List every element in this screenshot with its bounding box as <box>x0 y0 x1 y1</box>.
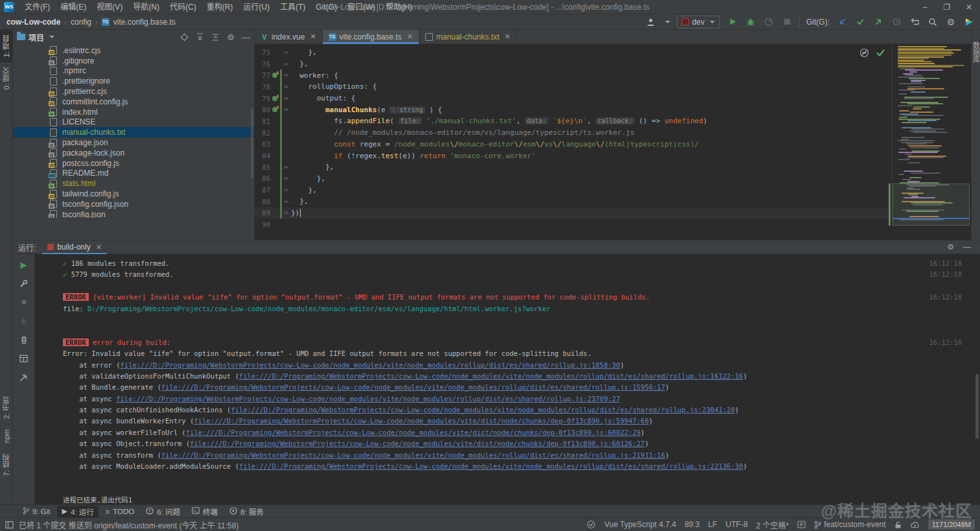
file-encoding[interactable]: UTF-8 <box>726 520 748 529</box>
tab-index-vue[interactable]: Vindex.vue✕ <box>255 30 323 43</box>
run-button[interactable] <box>727 16 738 28</box>
fold-toggle-icon[interactable] <box>282 97 290 100</box>
expand-all-icon[interactable] <box>196 33 204 41</box>
tree-row-file[interactable]: .prettierignore <box>13 76 254 86</box>
fold-toggle-icon[interactable] <box>282 73 290 77</box>
run-tab-build-only[interactable]: build-only ✕ <box>42 241 107 254</box>
breadcrumb-item[interactable]: config <box>69 18 93 27</box>
minimap-viewport[interactable] <box>892 183 970 226</box>
maximize-button[interactable]: ❐ <box>936 0 958 14</box>
debug-button[interactable] <box>745 16 756 28</box>
clear-console-icon[interactable] <box>19 335 29 345</box>
stack-trace-link[interactable]: file:///D:/Programing/WebstormProjects/c… <box>161 451 666 459</box>
soft-kill-icon[interactable] <box>19 316 29 326</box>
fold-toggle-icon[interactable] <box>282 200 290 204</box>
tree-row-file[interactable]: .npmrc <box>13 66 254 77</box>
tree-row-file[interactable]: LICENSE <box>13 117 254 128</box>
tree-row-file[interactable]: {}tsconfig.json <box>13 209 254 218</box>
fold-toggle-icon[interactable] <box>282 62 290 66</box>
search-everywhere-icon[interactable] <box>927 16 939 28</box>
stripe-item-1[interactable]: 1: 项目 <box>0 30 13 62</box>
fold-toggle-icon[interactable] <box>282 108 290 112</box>
stack-trace-link[interactable]: file:///D:/Programing/WebstormProjects/c… <box>231 406 735 414</box>
stop-process-button[interactable]: ■ <box>19 297 29 307</box>
tree-row-file[interactable]: {}package.json <box>13 137 254 148</box>
gutter-run-marker-icon[interactable] <box>270 107 279 112</box>
tree-row-file[interactable]: Hindex.html <box>13 107 254 117</box>
tree-row-file[interactable]: {}tsconfig.config.json <box>13 199 254 209</box>
pin-tab-icon[interactable] <box>19 372 29 383</box>
tree-row-file[interactable]: JScommitlint.config.js <box>13 97 254 107</box>
toolwindow-button-4[interactable]: ▶4: 运行 <box>57 506 98 517</box>
hide-panel-icon[interactable]: — <box>242 33 250 41</box>
menu-item-f[interactable]: 文件(F) <box>19 0 55 14</box>
stack-trace-link[interactable]: file:///D:/Programing/WebstormProjects/c… <box>239 372 743 380</box>
menu-item-e[interactable]: 编辑(E) <box>55 0 91 14</box>
minimize-button[interactable]: – <box>914 0 936 14</box>
code-minimap[interactable] <box>892 44 970 227</box>
run-panel-hide-icon[interactable]: — <box>963 242 971 252</box>
panel-settings-icon[interactable]: ⚙ <box>227 33 235 41</box>
menu-item-r[interactable]: 重构(R) <box>202 0 239 14</box>
stripe-item-0[interactable]: 0: 提交 <box>0 62 13 95</box>
fold-toggle-icon[interactable] <box>282 165 290 169</box>
code-editor[interactable]: 75 },76 },77 worker: {78 rollupOptions: … <box>255 44 971 240</box>
stack-trace-link[interactable]: file:///D:/Programing/WebstormProjects/c… <box>161 383 666 391</box>
gutter-run-marker-icon[interactable] <box>270 73 279 78</box>
stop-button[interactable] <box>781 16 793 28</box>
menu-item-t[interactable]: 工具(T) <box>275 0 310 14</box>
git-branch-widget[interactable]: feat/custom-event <box>814 520 885 529</box>
editor-scrollbar-thumb[interactable] <box>889 183 891 226</box>
menu-item-v[interactable]: 视图(V) <box>91 0 128 14</box>
fold-toggle-icon[interactable] <box>282 176 290 180</box>
highlight-level-icon[interactable] <box>859 48 869 58</box>
menu-item-u[interactable]: 运行(U) <box>238 0 275 14</box>
git-update-button[interactable] <box>836 16 848 28</box>
run-panel-settings-icon[interactable]: ⚙ <box>947 242 954 252</box>
stripe-item-2[interactable]: 2: 书签 <box>0 392 13 424</box>
breadcrumb-item[interactable]: cow-Low-code <box>5 18 62 27</box>
tree-scrollbar[interactable] <box>251 108 253 179</box>
menu-item-c[interactable]: 代码(C) <box>165 0 202 14</box>
caret-position[interactable]: 89:3 <box>684 520 699 529</box>
ide-language-service[interactable]: Vue TypeScript 4.7.4 <box>604 520 676 529</box>
tab-vite-config-base-ts[interactable]: TSvite.config.base.ts✕ <box>323 30 419 43</box>
line-ending[interactable]: LF <box>708 520 718 529</box>
tab-close-icon[interactable]: ✕ <box>504 32 510 41</box>
collapse-all-icon[interactable] <box>211 33 220 41</box>
tree-row-file[interactable]: {}package-lock.json <box>13 148 254 158</box>
toolwindow-button-9Git[interactable]: 9: Git <box>18 506 54 517</box>
inspections-status-icon[interactable] <box>587 520 596 529</box>
project-view-dropdown-icon[interactable] <box>49 36 54 38</box>
lock-icon[interactable] <box>894 521 902 529</box>
stack-trace-link[interactable]: file:///D:/Programing/WebstormProjects/c… <box>116 395 620 403</box>
toolwindow-button-TODO[interactable]: ≡TODO <box>101 506 139 517</box>
ide-plugin-icon[interactable] <box>963 16 975 28</box>
stack-trace-link[interactable]: file:///D:/Programing/WebstormProjects/c… <box>190 440 645 447</box>
tree-row-file[interactable]: G.gitignore <box>13 56 254 66</box>
toolwindow-button-8[interactable]: 8: 服务 <box>225 506 268 517</box>
run-console-output[interactable]: ✓ 186 modules transformed.16:12:10✓ 5779… <box>35 254 980 504</box>
fold-toggle-icon[interactable] <box>282 188 290 192</box>
column-mode-icon[interactable] <box>797 521 806 528</box>
memory-indicator[interactable]: 1171/2048M <box>928 519 975 530</box>
fold-toggle-icon[interactable] <box>282 51 290 54</box>
run-tab-close-icon[interactable]: ✕ <box>96 243 102 252</box>
rerun-button[interactable]: ▶ <box>19 259 29 270</box>
history-button[interactable] <box>891 16 902 28</box>
tree-row-file[interactable]: JS.eslintrc.cjs <box>13 45 254 56</box>
tree-row-file[interactable]: JS.prettierrc.cjs <box>13 86 254 97</box>
avatar-dropdown-icon[interactable] <box>665 21 670 23</box>
tab-manual-chunks-txt[interactable]: manual-chunks.txt✕ <box>419 30 517 43</box>
menu-item-n[interactable]: 导航(N) <box>128 0 165 14</box>
toolwindow-button-[interactable]: 终端 <box>187 506 222 517</box>
stack-trace-link[interactable]: file:///D:/Programing/WebstormProjects/c… <box>186 429 641 436</box>
tab-close-icon[interactable]: ✕ <box>310 32 316 41</box>
gutter-run-marker-icon[interactable] <box>270 96 279 101</box>
status-message[interactable]: 已将 1 个提交 推送到 origin/feat/custom-event (今… <box>19 519 239 530</box>
tree-row-file[interactable]: MDREADME.md <box>13 169 254 179</box>
user-avatar-icon[interactable] <box>645 16 657 28</box>
rollback-button[interactable] <box>909 16 920 28</box>
stack-trace-link[interactable]: file:///D:/Programing/WebstormProjects/c… <box>239 462 743 470</box>
close-button[interactable]: ✕ <box>958 0 980 14</box>
